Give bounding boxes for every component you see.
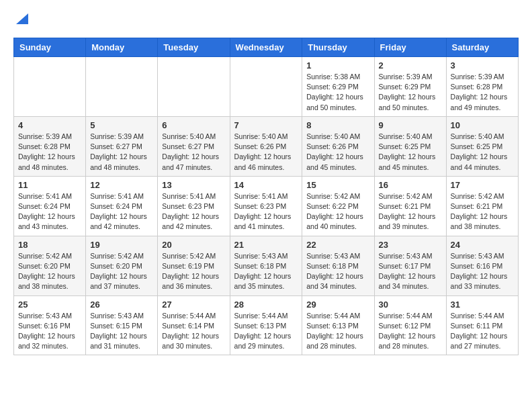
cell-content: Sunrise: 5:40 AM Sunset: 6:25 PM Dayligh… [451,132,514,173]
day-number: 26 [90,300,153,310]
day-header-tuesday: Tuesday [158,38,230,57]
cell-content: Sunrise: 5:39 AM Sunset: 6:27 PM Dayligh… [90,132,153,173]
day-number: 29 [306,300,369,310]
day-number: 23 [379,240,442,250]
calendar-cell [230,57,302,117]
calendar-cell: 23Sunrise: 5:43 AM Sunset: 6:17 PM Dayli… [374,236,446,295]
cell-content: Sunrise: 5:40 AM Sunset: 6:25 PM Dayligh… [379,132,442,173]
day-number: 8 [306,120,369,130]
cell-content: Sunrise: 5:41 AM Sunset: 6:23 PM Dayligh… [234,191,298,232]
calendar-cell: 5Sunrise: 5:39 AM Sunset: 6:27 PM Daylig… [86,116,158,176]
calendar-cell: 4Sunrise: 5:39 AM Sunset: 6:28 PM Daylig… [14,116,86,176]
day-header-sunday: Sunday [14,38,86,57]
cell-content: Sunrise: 5:44 AM Sunset: 6:13 PM Dayligh… [306,311,369,352]
cell-content: Sunrise: 5:42 AM Sunset: 6:20 PM Dayligh… [18,251,81,292]
day-number: 19 [90,240,153,250]
day-number: 10 [451,120,514,130]
calendar-cell: 13Sunrise: 5:41 AM Sunset: 6:23 PM Dayli… [158,176,230,236]
cell-content: Sunrise: 5:38 AM Sunset: 6:29 PM Dayligh… [306,72,369,113]
day-header-saturday: Saturday [446,38,518,57]
cell-content: Sunrise: 5:44 AM Sunset: 6:13 PM Dayligh… [234,311,298,352]
day-number: 17 [451,180,514,190]
svg-marker-0 [16,13,28,24]
calendar-cell: 22Sunrise: 5:43 AM Sunset: 6:18 PM Dayli… [302,236,374,295]
cell-content: Sunrise: 5:42 AM Sunset: 6:21 PM Dayligh… [379,191,442,232]
calendar-cell: 28Sunrise: 5:44 AM Sunset: 6:13 PM Dayli… [230,295,302,355]
cell-content: Sunrise: 5:41 AM Sunset: 6:23 PM Dayligh… [162,191,225,232]
day-header-thursday: Thursday [302,38,374,57]
calendar-cell: 8Sunrise: 5:40 AM Sunset: 6:26 PM Daylig… [302,116,374,176]
calendar-cell: 9Sunrise: 5:40 AM Sunset: 6:25 PM Daylig… [374,116,446,176]
week-row-4: 18Sunrise: 5:42 AM Sunset: 6:20 PM Dayli… [14,236,519,295]
logo [13,13,30,27]
day-number: 21 [234,240,298,250]
week-row-1: 1Sunrise: 5:38 AM Sunset: 6:29 PM Daylig… [14,57,519,117]
calendar-cell: 14Sunrise: 5:41 AM Sunset: 6:23 PM Dayli… [230,176,302,236]
day-number: 2 [379,60,442,71]
day-number: 9 [379,120,442,130]
calendar-cell: 31Sunrise: 5:44 AM Sunset: 6:11 PM Dayli… [446,295,518,355]
calendar-cell: 15Sunrise: 5:42 AM Sunset: 6:22 PM Dayli… [302,176,374,236]
calendar-cell [158,57,230,117]
cell-content: Sunrise: 5:43 AM Sunset: 6:18 PM Dayligh… [234,251,298,292]
day-number: 25 [18,300,81,310]
cell-content: Sunrise: 5:39 AM Sunset: 6:28 PM Dayligh… [18,132,81,173]
calendar-cell: 17Sunrise: 5:42 AM Sunset: 6:21 PM Dayli… [446,176,518,236]
day-number: 30 [379,300,442,310]
calendar-cell: 25Sunrise: 5:43 AM Sunset: 6:16 PM Dayli… [14,295,86,355]
day-number: 16 [379,180,442,190]
cell-content: Sunrise: 5:40 AM Sunset: 6:26 PM Dayligh… [234,132,298,173]
day-number: 22 [306,240,369,250]
day-number: 12 [90,180,153,190]
day-number: 4 [18,120,81,130]
day-number: 7 [234,120,298,130]
calendar-cell: 2Sunrise: 5:39 AM Sunset: 6:29 PM Daylig… [374,57,446,117]
day-number: 31 [451,300,514,310]
day-number: 14 [234,180,298,190]
cell-content: Sunrise: 5:42 AM Sunset: 6:22 PM Dayligh… [306,191,369,232]
calendar-cell: 16Sunrise: 5:42 AM Sunset: 6:21 PM Dayli… [374,176,446,236]
calendar-cell: 10Sunrise: 5:40 AM Sunset: 6:25 PM Dayli… [446,116,518,176]
calendar-cell: 1Sunrise: 5:38 AM Sunset: 6:29 PM Daylig… [302,57,374,117]
cell-content: Sunrise: 5:42 AM Sunset: 6:21 PM Dayligh… [451,191,514,232]
cell-content: Sunrise: 5:44 AM Sunset: 6:12 PM Dayligh… [379,311,442,352]
calendar-cell: 11Sunrise: 5:41 AM Sunset: 6:24 PM Dayli… [14,176,86,236]
calendar-cell [86,57,158,117]
day-number: 28 [234,300,298,310]
calendar-cell: 7Sunrise: 5:40 AM Sunset: 6:26 PM Daylig… [230,116,302,176]
cell-content: Sunrise: 5:41 AM Sunset: 6:24 PM Dayligh… [90,191,153,232]
cell-content: Sunrise: 5:44 AM Sunset: 6:14 PM Dayligh… [162,311,225,352]
day-header-friday: Friday [374,38,446,57]
cell-content: Sunrise: 5:39 AM Sunset: 6:28 PM Dayligh… [451,72,514,113]
cell-content: Sunrise: 5:43 AM Sunset: 6:18 PM Dayligh… [306,251,369,292]
logo-text [13,13,30,27]
calendar-cell: 21Sunrise: 5:43 AM Sunset: 6:18 PM Dayli… [230,236,302,295]
cell-content: Sunrise: 5:40 AM Sunset: 6:26 PM Dayligh… [306,132,369,173]
day-number: 24 [451,240,514,250]
calendar-cell: 24Sunrise: 5:43 AM Sunset: 6:16 PM Dayli… [446,236,518,295]
day-header-monday: Monday [86,38,158,57]
calendar-header-row: SundayMondayTuesdayWednesdayThursdayFrid… [14,38,519,57]
calendar-cell: 20Sunrise: 5:42 AM Sunset: 6:19 PM Dayli… [158,236,230,295]
day-number: 13 [162,180,225,190]
calendar: SundayMondayTuesdayWednesdayThursdayFrid… [13,38,519,355]
day-number: 11 [18,180,81,190]
calendar-cell: 29Sunrise: 5:44 AM Sunset: 6:13 PM Dayli… [302,295,374,355]
calendar-cell: 19Sunrise: 5:42 AM Sunset: 6:20 PM Dayli… [86,236,158,295]
week-row-2: 4Sunrise: 5:39 AM Sunset: 6:28 PM Daylig… [14,116,519,176]
day-number: 18 [18,240,81,250]
calendar-cell: 3Sunrise: 5:39 AM Sunset: 6:28 PM Daylig… [446,57,518,117]
day-number: 6 [162,120,225,130]
cell-content: Sunrise: 5:40 AM Sunset: 6:27 PM Dayligh… [162,132,225,173]
calendar-cell: 18Sunrise: 5:42 AM Sunset: 6:20 PM Dayli… [14,236,86,295]
logo-triangle-icon [15,12,30,27]
cell-content: Sunrise: 5:44 AM Sunset: 6:11 PM Dayligh… [451,311,514,352]
cell-content: Sunrise: 5:42 AM Sunset: 6:20 PM Dayligh… [90,251,153,292]
day-number: 27 [162,300,225,310]
cell-content: Sunrise: 5:42 AM Sunset: 6:19 PM Dayligh… [162,251,225,292]
calendar-cell: 27Sunrise: 5:44 AM Sunset: 6:14 PM Dayli… [158,295,230,355]
calendar-cell: 30Sunrise: 5:44 AM Sunset: 6:12 PM Dayli… [374,295,446,355]
week-row-5: 25Sunrise: 5:43 AM Sunset: 6:16 PM Dayli… [14,295,519,355]
cell-content: Sunrise: 5:43 AM Sunset: 6:16 PM Dayligh… [18,311,81,352]
day-number: 3 [451,60,514,71]
